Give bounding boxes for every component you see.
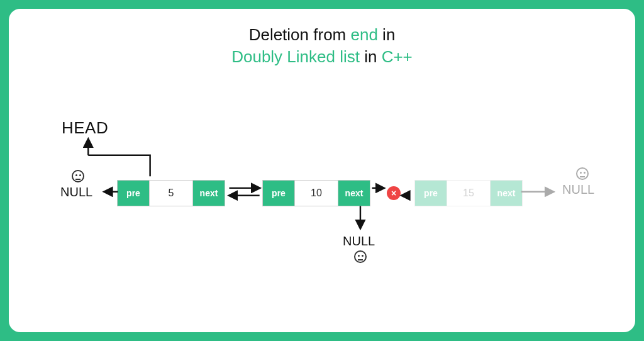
- linked-list-diagram: HEAD NULL pre 5 next pre 10 next pre 15 …: [9, 109, 635, 332]
- title-text: in: [378, 25, 395, 44]
- canvas: Deletion from end in Doubly Linked list …: [9, 9, 635, 332]
- arrows-layer: [9, 109, 635, 332]
- diagram-title: Deletion from end in Doubly Linked list …: [9, 9, 635, 68]
- title-text: Deletion from: [249, 25, 351, 44]
- title-accent-cpp: C++: [382, 47, 413, 66]
- title-accent-end: end: [350, 25, 377, 44]
- title-text: in: [360, 47, 382, 66]
- title-accent-dll: Doubly Linked list: [231, 47, 360, 66]
